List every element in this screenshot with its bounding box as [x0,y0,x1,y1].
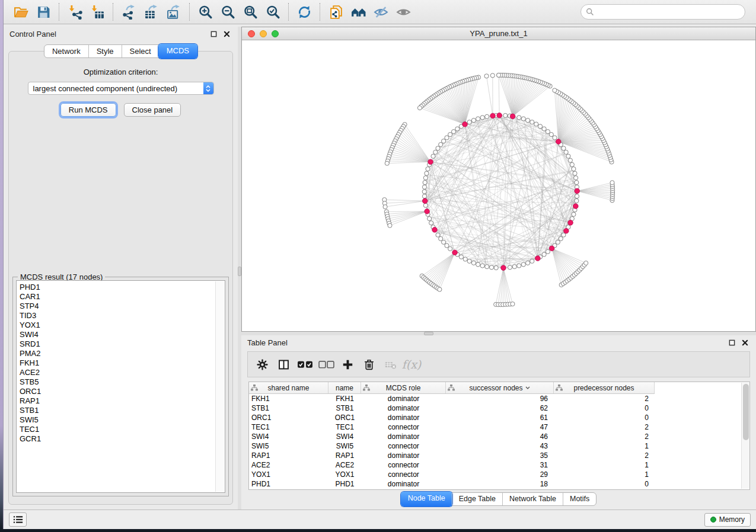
column-header-predecessor-nodes[interactable]: predecessor nodes [554,382,655,393]
column-header-name[interactable]: name [328,382,361,393]
table-row[interactable]: ACE2ACE2connector311 [249,460,749,470]
network-node[interactable] [559,236,563,241]
network-node[interactable] [494,265,498,270]
network-node[interactable] [485,265,489,269]
network-hub-node[interactable] [432,227,438,233]
export-network-button[interactable] [117,2,140,21]
tab-node-table[interactable]: Node Table [401,492,452,507]
network-node[interactable] [511,302,515,306]
network-node[interactable] [572,212,576,216]
function-builder-button[interactable]: f(x) [401,354,422,374]
table-scrollbar[interactable] [741,383,749,489]
close-panel-button[interactable] [221,28,232,39]
network-node[interactable] [423,203,428,207]
network-node[interactable] [438,287,442,291]
zoom-selected-button[interactable] [261,2,284,21]
network-hub-node[interactable] [490,113,496,118]
refresh-button[interactable] [293,2,315,21]
network-hub-node[interactable] [575,188,580,194]
float-panel-button[interactable] [726,337,737,348]
network-node[interactable] [459,255,463,259]
network-node[interactable] [388,223,392,227]
mcds-result-item[interactable]: FKH1 [20,358,225,368]
network-node[interactable] [423,176,428,180]
network-node[interactable] [542,127,546,131]
network-node[interactable] [570,162,574,166]
mcds-result-item[interactable]: YOX1 [20,321,225,330]
network-node[interactable] [476,262,480,267]
network-node[interactable] [534,122,538,126]
network-hub-node[interactable] [428,159,433,165]
close-panel-action-button[interactable]: Close panel [124,103,181,117]
import-table-button[interactable] [86,2,109,21]
network-node[interactable] [497,73,501,77]
mcds-result-item[interactable]: GCR1 [20,434,225,444]
network-node[interactable] [553,88,557,92]
network-node[interactable] [489,265,493,270]
column-header-shared-name[interactable]: shared name [249,382,328,393]
network-node[interactable] [574,176,578,180]
tab-network[interactable]: Network [44,45,88,57]
network-hub-node[interactable] [425,209,430,214]
network-hub-node[interactable] [535,256,541,261]
mcds-result-item[interactable]: PHD1 [20,283,225,292]
search-input[interactable] [597,8,740,17]
network-canvas[interactable] [242,40,755,331]
table-row[interactable]: ORC1ORC1dominator610 [249,413,749,422]
delete-column-button[interactable] [358,354,379,374]
network-node[interactable] [448,132,452,136]
new-network-from-selection-button[interactable] [324,2,347,21]
network-node[interactable] [445,136,449,140]
mcds-result-item[interactable]: SRD1 [20,339,225,349]
tab-style[interactable]: Style [88,45,122,57]
network-node[interactable] [517,264,521,268]
table-row[interactable]: SWI4SWI4dominator462 [249,432,749,441]
mcds-result-item[interactable]: TID3 [20,311,225,321]
mcds-result-item[interactable]: RAP1 [20,396,225,406]
mcds-result-item[interactable]: CAR1 [20,292,225,302]
delete-table-button[interactable] [379,354,401,374]
zoom-out-button[interactable] [216,2,239,21]
network-node[interactable] [484,74,489,78]
network-node[interactable] [553,136,557,140]
network-hub-node[interactable] [564,228,569,233]
settings-button[interactable] [251,354,273,374]
network-hub-node[interactable] [462,122,468,127]
network-node[interactable] [383,205,387,209]
network-node[interactable] [530,120,534,124]
mcds-result-item[interactable]: TEC1 [20,425,225,434]
table-row[interactable]: SWI5SWI5connector431 [249,441,749,451]
network-node[interactable] [575,198,579,203]
network-node[interactable] [546,130,550,134]
network-node[interactable] [439,236,443,241]
table-row[interactable]: PHD1PHD1dominator180 [249,479,749,489]
network-node[interactable] [573,171,577,175]
network-node[interactable] [562,146,566,150]
network-hub-node[interactable] [452,250,458,255]
export-image-button[interactable] [162,2,185,21]
tab-edge-table[interactable]: Edge Table [452,493,502,505]
show-graphics-details-button[interactable] [392,2,414,21]
network-node[interactable] [517,116,521,120]
network-node[interactable] [436,146,440,150]
scrollbar-thumb[interactable] [743,384,749,440]
table-row[interactable]: RAP1RAP1dominator352 [249,451,749,460]
network-hub-node[interactable] [573,204,579,209]
network-node[interactable] [441,139,445,143]
table-row[interactable]: TEC1TEC1connector472 [249,422,749,432]
optimization-criterion-select[interactable]: largest connected component (undirected) [28,82,214,95]
network-node[interactable] [471,261,476,265]
add-column-button[interactable] [337,354,358,374]
network-node[interactable] [423,180,427,184]
horizontal-splitter[interactable] [241,332,756,335]
network-node[interactable] [455,127,460,131]
network-node[interactable] [556,240,560,244]
network-node[interactable] [480,264,484,268]
table-row[interactable]: STB1STB1dominator620 [249,403,749,413]
network-node[interactable] [568,158,572,162]
mcds-result-item[interactable]: ACE2 [20,368,225,377]
network-node[interactable] [575,180,579,184]
column-header-MCDS-role[interactable]: MCDS role [361,382,446,393]
tab-motifs[interactable]: Motifs [563,493,596,505]
network-node[interactable] [463,257,467,261]
